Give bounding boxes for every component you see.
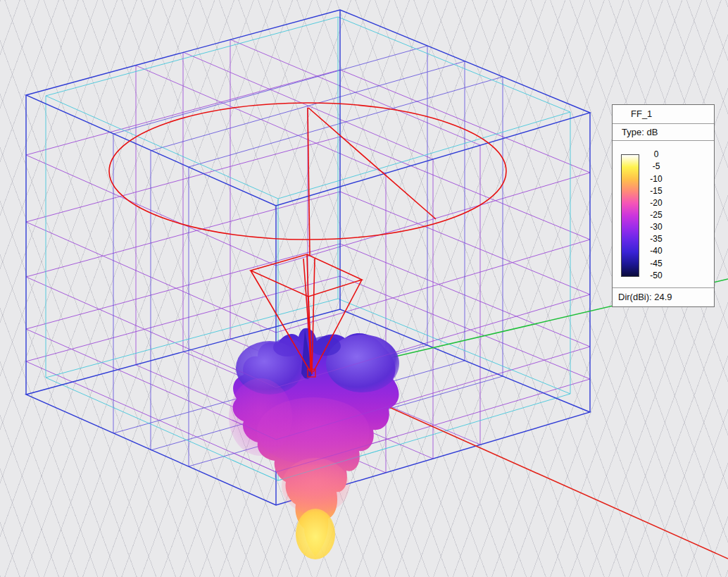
legend-directivity-label: Dir(dBi): 24.9 [613,287,714,306]
colorbar-tick: -5 [646,161,667,171]
farfield-legend: FF_1 Type: dB 0 -5 -10 -15 -20 -25 -30 -… [612,104,715,307]
legend-colorbar-section: 0 -5 -10 -15 -20 -25 -30 -35 -40 -45 -50 [613,141,714,287]
colorbar-tick: -10 [646,174,667,184]
radiation-pattern-lobe [229,328,399,559]
colorbar-tick: -50 [646,271,667,280]
legend-title: FF_1 [613,105,714,124]
colorbar-tick: -40 [646,246,667,256]
colorbar-tick: -30 [646,222,667,232]
colorbar-tick: 0 [646,149,667,159]
pattern-main-beam-tip [296,509,335,559]
colorbar-tick: -45 [646,259,667,268]
colorbar [621,154,639,277]
colorbar-tick: -20 [646,198,667,208]
colorbar-ticks: 0 -5 -10 -15 -20 -25 -30 -35 -40 -45 -50 [646,149,667,280]
colorbar-tick: -35 [646,234,667,244]
legend-type-label: Type: dB [613,124,714,142]
main-window: FF_1 Type: dB 0 -5 -10 -15 -20 -25 -30 -… [0,0,728,577]
colorbar-tick: -25 [646,210,667,220]
theta-radius-line [308,108,436,219]
colorbar-tick: -15 [646,186,667,196]
